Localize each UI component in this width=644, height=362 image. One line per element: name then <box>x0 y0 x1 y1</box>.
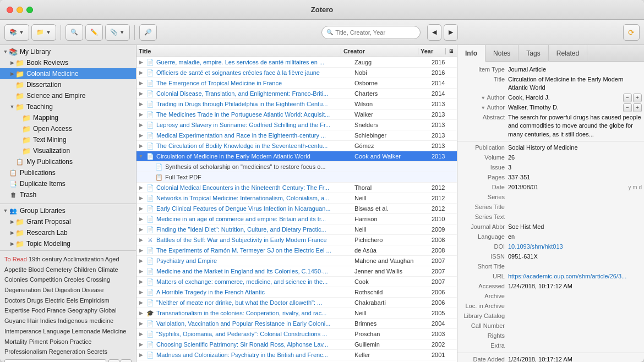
table-row-sub[interactable]: 📋 Full Text PDF <box>137 172 457 183</box>
nav-forward-button[interactable]: ▶ <box>444 24 458 41</box>
info-value-series-title[interactable] <box>508 203 642 212</box>
tag-medicine[interactable]: Medicine <box>102 328 126 334</box>
sidebar-item-my-publications[interactable]: 📋 My Publications <box>0 156 136 167</box>
table-row[interactable]: ▶ 📄 The Experiments of Ramón M. Termeyer… <box>137 245 457 256</box>
tag-electric-eels[interactable]: Electric Eels <box>45 297 78 304</box>
info-value-library-catalog[interactable] <box>508 312 642 321</box>
sidebar-item-mapping[interactable]: 📁 Mapping <box>0 112 136 123</box>
info-value-doi[interactable]: 10.1093/shm/hkt013 <box>508 243 642 251</box>
author-plus-button-2[interactable]: + <box>633 103 642 112</box>
tag-geography[interactable]: Geography <box>67 307 97 314</box>
tag-creoles[interactable]: Creoles <box>64 276 85 283</box>
sidebar-item-teaching[interactable]: ▼ 📁 Teaching <box>0 101 136 112</box>
tag-colonies[interactable]: Colonies <box>4 276 28 283</box>
table-row[interactable]: ▶ 📄 Madness and Colonization: Psychiatry… <box>137 350 457 360</box>
tag-blood[interactable]: Blood <box>28 266 43 273</box>
tag-aged[interactable]: Aged <box>105 256 119 262</box>
table-row[interactable]: ▶ 📄 Variolation, Vaccination and Popular… <box>137 319 457 329</box>
table-row[interactable]: ▶ 📄 Psychiatry and Empire Mahone and Vau… <box>137 256 457 266</box>
search-box[interactable]: 🔍 <box>321 26 421 39</box>
tag-language[interactable]: Language <box>43 328 70 334</box>
tag-list-view-button[interactable]: ≡ <box>108 359 119 362</box>
table-row[interactable]: ▶ 📄 Officiers de santé et soignantes cré… <box>137 68 457 78</box>
table-row[interactable]: ▶ 📄 Colonial Medical Encounters in the N… <box>137 183 457 193</box>
table-row[interactable]: ▶ 📄 Colonial Disease, Translation, and E… <box>137 89 457 99</box>
new-item-dropdown[interactable]: ▼ <box>19 29 24 35</box>
tag-appetite[interactable]: Appetite <box>4 266 26 273</box>
sidebar-item-science-empire[interactable]: 📁 Science and Empire <box>0 90 136 101</box>
zotero-sync-button[interactable]: ⟳ <box>623 24 640 41</box>
search-input[interactable] <box>335 29 416 36</box>
tag-food[interactable]: Food <box>31 307 45 314</box>
table-row[interactable]: ▶ 📄 A Horrible Tragedy in the French Atl… <box>137 287 457 298</box>
tag-indies[interactable]: Indies <box>40 317 56 324</box>
maximize-button[interactable] <box>26 7 33 13</box>
tag-poison[interactable]: Poison <box>50 338 68 345</box>
nav-back-button[interactable]: ◀ <box>427 24 441 41</box>
info-value-publication[interactable]: Social History of Medicine <box>508 144 642 152</box>
info-value-accessed[interactable]: 1/24/2018, 10:17:12 AM <box>508 282 642 291</box>
table-row[interactable]: ▶ 📄 Medical Experimentation and Race in … <box>137 130 457 141</box>
tag-diet[interactable]: Diet <box>42 287 53 293</box>
info-value-series-text[interactable] <box>508 213 642 222</box>
info-value-extra[interactable] <box>508 342 642 350</box>
info-value-series[interactable] <box>508 193 642 202</box>
table-row[interactable]: ▶ 📄 Trading in Drugs through Philadelphi… <box>137 99 457 109</box>
sidebar-item-research-lab[interactable]: ▶ 📁 Research Lab <box>0 227 136 238</box>
tag-france[interactable]: France <box>47 307 66 314</box>
sidebar-item-text-mining[interactable]: 📁 Text Mining <box>0 134 136 145</box>
info-value-item-type[interactable]: Journal Article <box>508 65 642 74</box>
import-button[interactable]: 📁 ▼ <box>31 24 56 41</box>
table-row[interactable]: ▶ 📄 Medicine and the Market in England a… <box>137 266 457 277</box>
table-row[interactable]: ▶ 📄 Medicine in an age of commerce and e… <box>137 214 457 224</box>
table-row[interactable]: ▶ 📄 Guerre, maladie, empire. Les service… <box>137 57 457 68</box>
minimize-button[interactable] <box>17 7 23 13</box>
tag-acclimatization[interactable]: Acclimatization <box>63 256 103 262</box>
tag-global[interactable]: Global <box>99 307 117 314</box>
info-value-archive[interactable] <box>508 292 642 301</box>
sidebar-item-duplicate-items[interactable]: 📑 Duplicate Items <box>0 178 136 189</box>
info-value-language[interactable]: en <box>508 233 642 242</box>
table-row[interactable]: ▶ 📄 Leprosy and Slavery in Suriname: God… <box>137 120 457 130</box>
table-row[interactable]: ▶ 🎓 Transnationalism in the colonies: Co… <box>137 308 457 319</box>
table-row[interactable]: ▼ 📄 Circulation of Medicine in the Early… <box>137 151 457 162</box>
table-row[interactable]: ▶ 📄 Matters of exchange: commerce, medic… <box>137 277 457 287</box>
tag-competition[interactable]: Competition <box>30 276 62 283</box>
sidebar-item-open-access[interactable]: 📁 Open Access <box>0 123 136 134</box>
tag-19th-century[interactable]: 19th century <box>29 256 62 262</box>
info-value-journal-abbr[interactable]: Soc Hist Med <box>508 223 642 232</box>
sync-button[interactable]: 🔍 <box>66 24 83 41</box>
tag-degeneration[interactable]: Degeneration <box>4 287 41 293</box>
tab-related[interactable]: Related <box>549 45 587 62</box>
info-value-url[interactable]: https://academic.oup.com/shm/article/26/… <box>508 272 642 281</box>
sidebar-item-topic-modeling[interactable]: ▶ 📁 Topic Modeling <box>0 238 136 249</box>
info-value-issue[interactable]: 3 <box>508 163 642 172</box>
table-row[interactable]: ▶ 📄 "Neither of meate nor drinke, but wh… <box>137 298 457 308</box>
table-row-sub[interactable]: 📄 Synthesis of scholarship on "medicines… <box>137 162 457 172</box>
tab-notes[interactable]: Notes <box>485 45 519 62</box>
tag-hair[interactable]: Hair <box>28 317 39 324</box>
info-value-loc-archive[interactable] <box>508 302 642 311</box>
author-plus-button[interactable]: + <box>633 94 642 102</box>
tag-expertise[interactable]: Expertise <box>4 307 30 314</box>
info-value-rights[interactable] <box>508 332 642 341</box>
tag-grid-view-button[interactable]: ⊞ <box>121 359 132 362</box>
tag-lemonade[interactable]: Lemonade <box>72 328 100 334</box>
sidebar-item-dissertation[interactable]: 📁 Dissertation <box>0 79 136 90</box>
tag-piment[interactable]: Piment <box>29 338 48 345</box>
tag-secrets[interactable]: Secrets <box>87 348 107 355</box>
tag-mortality[interactable]: Mortality <box>4 338 28 345</box>
tag-regeneration[interactable]: Regeneration <box>49 348 85 355</box>
edit-button[interactable]: ✏️ <box>85 24 103 41</box>
table-row[interactable]: ▶ 📄 The Medicines Trade in the Portugues… <box>137 109 457 120</box>
tag-practice[interactable]: Practice <box>70 338 92 345</box>
table-row[interactable]: ▶ 📄 The Emergence of Tropical Medicine i… <box>137 78 457 89</box>
tag-crossing[interactable]: Crossing <box>86 276 110 283</box>
tab-info[interactable]: Info <box>457 45 485 62</box>
sidebar-item-my-library[interactable]: ▼ 📚 My Library <box>0 46 136 57</box>
tag-doctors[interactable]: Doctors <box>4 297 25 304</box>
tag-empiricism[interactable]: Empiricism <box>80 297 110 304</box>
sidebar-item-group-libraries[interactable]: ▼ 👥 Group Libraries <box>0 205 136 216</box>
author-minus-button[interactable]: − <box>623 94 632 102</box>
column-creator[interactable]: Creator <box>341 48 418 54</box>
